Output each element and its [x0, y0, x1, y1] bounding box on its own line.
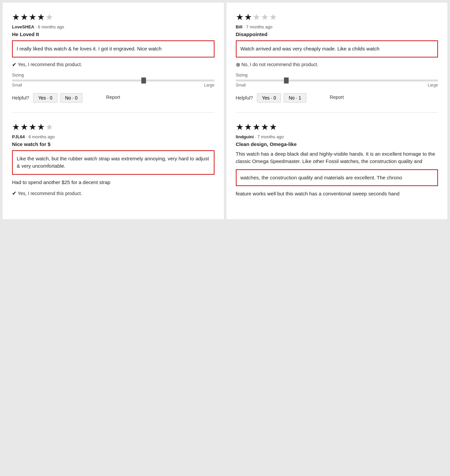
review-body-1: I really liked this watch & he loves it.… [12, 40, 214, 57]
star-3-1: ★ [12, 122, 20, 132]
star-3-3: ★ [29, 122, 36, 132]
helpful-no-btn-2[interactable]: No · 1 [284, 93, 306, 103]
star-1: ★ [12, 12, 20, 22]
sizing-small-1: Small [12, 83, 22, 88]
reviewer-time-2: · 7 months ago [244, 24, 272, 29]
report-row-2: Report [309, 94, 344, 100]
recommend-text-3: Yes, I recommend this product. [18, 191, 82, 196]
left-column: ★ ★ ★ ★ ★ LoveSHEA · 6 months ago He Lov… [3, 3, 224, 219]
star-3-5-empty: ★ [45, 122, 53, 132]
sizing-label-2: Sizing [236, 72, 438, 77]
star-4-5: ★ [269, 122, 277, 132]
sizing-thumb-1 [141, 77, 146, 84]
reviewer-time-4: · 7 months ago [255, 134, 284, 139]
recommend-text-2: No, I do not recommend this product. [242, 62, 318, 67]
reviewer-time-3: · 6 months ago [26, 134, 55, 139]
review-body-plain-before-4: This watch has a deep black dial and hig… [236, 150, 438, 165]
review-lindguini: ★ ★ ★ ★ ★ lindguini · 7 months ago Clean… [236, 122, 438, 211]
reviewer-line-2: Bill · 7 months ago [236, 24, 438, 29]
reviewer-name-4: lindguini [236, 134, 254, 139]
sizing-small-2: Small [236, 83, 246, 88]
star-2: ★ [20, 12, 28, 22]
star-3-2: ★ [20, 122, 28, 132]
sizing-large-2: Large [428, 83, 438, 88]
sizing-range-labels-2: Small Large [236, 83, 438, 88]
star-5-empty: ★ [45, 12, 53, 22]
reviewer-name-3: PJL64 [12, 134, 25, 139]
sizing-track-2 [236, 80, 438, 82]
sizing-section-2: Sizing Small Large [236, 72, 438, 88]
helpful-yes-btn-2[interactable]: Yes · 0 [257, 93, 281, 103]
review-body-highlighted-3: Like the watch, but the rubber watch str… [12, 150, 214, 175]
sizing-track-1 [12, 80, 214, 82]
review-body-2: Watch arrived and was very cheaply made.… [236, 40, 438, 57]
sizing-label-1: Sizing [12, 72, 214, 77]
helpful-no-btn-1[interactable]: No · 0 [60, 93, 83, 103]
star-2-1: ★ [236, 12, 244, 22]
report-link-1[interactable]: Report [106, 95, 120, 100]
sizing-range-labels-1: Small Large [12, 83, 214, 88]
recommend-1: ✔ Yes, I recommend this product. [12, 61, 214, 68]
helpful-label-2: Helpful? [236, 93, 253, 103]
star-4-2: ★ [244, 122, 252, 132]
star-rating-4: ★ ★ ★ ★ ★ [236, 122, 438, 132]
helpful-label-1: Helpful? [12, 93, 29, 103]
recommend-icon-yes-3: ✔ [12, 190, 16, 196]
review-body-highlighted-4: watches, the construction quality and ma… [236, 169, 438, 186]
review-body-plain-3: Had to spend another $25 for a decent st… [12, 179, 214, 186]
helpful-yes-btn-1[interactable]: Yes · 0 [33, 93, 57, 103]
star-3: ★ [29, 12, 36, 22]
helpful-section-1: Helpful? Yes · 0 No · 0 Report [12, 93, 214, 103]
reviewer-line-4: lindguini · 7 months ago [236, 134, 438, 139]
review-title-3: Nice watch for $ [12, 141, 214, 147]
review-title-2: Disappointed [236, 31, 438, 37]
reviewer-line-1: LoveSHEA · 6 months ago [12, 24, 214, 29]
right-column: ★ ★ ★ ★ ★ Bill · 7 months ago Disappoint… [227, 3, 448, 219]
recommend-2: ⊗ No, I do not recommend this product. [236, 61, 438, 68]
sizing-large-1: Large [204, 83, 214, 88]
recommend-3: ✔ Yes, I recommend this product. [12, 190, 214, 196]
review-bill: ★ ★ ★ ★ ★ Bill · 7 months ago Disappoint… [236, 12, 438, 113]
review-pjl64: ★ ★ ★ ★ ★ PJL64 · 6 months ago Nice watc… [12, 122, 214, 211]
star-4-4: ★ [261, 122, 269, 132]
reviews-page: ★ ★ ★ ★ ★ LoveSHEA · 6 months ago He Lov… [0, 0, 450, 222]
helpful-row-2: Helpful? Yes · 0 No · 1 [236, 93, 306, 103]
helpful-row-1: Helpful? Yes · 0 No · 0 [12, 93, 83, 103]
reviewer-line-3: PJL64 · 6 months ago [12, 134, 214, 139]
star-4-1: ★ [236, 122, 244, 132]
star-2-2: ★ [244, 12, 252, 22]
recommend-icon-no-2: ⊗ [236, 61, 240, 68]
review-body-plain-after-4: feature works well but this watch has a … [236, 190, 438, 198]
review-title-1: He Loved It [12, 31, 214, 37]
recommend-icon-yes-1: ✔ [12, 61, 16, 68]
star-3-4: ★ [37, 122, 45, 132]
report-link-2[interactable]: Report [330, 95, 344, 100]
star-2-4-empty: ★ [261, 12, 269, 22]
reviewer-name-2: Bill [236, 24, 243, 29]
reviewer-time-1: · 6 months ago [35, 24, 64, 29]
sizing-section-1: Sizing Small Large [12, 72, 214, 88]
star-2-5-empty: ★ [269, 12, 277, 22]
star-rating-1: ★ ★ ★ ★ ★ [12, 12, 214, 22]
sizing-thumb-2 [284, 77, 289, 84]
recommend-text-1: Yes, I recommend this product. [18, 62, 82, 67]
star-rating-2: ★ ★ ★ ★ ★ [236, 12, 438, 22]
reviewer-name-1: LoveSHEA [12, 24, 34, 29]
report-row-1: Report [85, 94, 120, 100]
star-4: ★ [37, 12, 45, 22]
review-loveshea: ★ ★ ★ ★ ★ LoveSHEA · 6 months ago He Lov… [12, 12, 214, 113]
star-2-3-empty: ★ [253, 12, 260, 22]
helpful-section-2: Helpful? Yes · 0 No · 1 Report [236, 93, 438, 103]
review-title-4: Clean design, Omega-like [236, 141, 438, 147]
star-4-3: ★ [253, 122, 260, 132]
star-rating-3: ★ ★ ★ ★ ★ [12, 122, 214, 132]
